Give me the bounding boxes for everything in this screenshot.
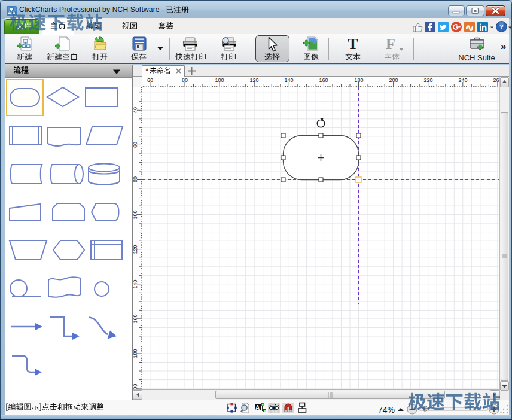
svg-text:60: 60 xyxy=(147,77,153,83)
svg-text:40: 40 xyxy=(133,107,138,113)
svg-text:220: 220 xyxy=(423,77,432,83)
svg-text:180: 180 xyxy=(354,77,363,83)
svg-text:160: 160 xyxy=(133,314,138,323)
svg-text:80: 80 xyxy=(133,176,138,182)
svg-text:?: ? xyxy=(499,22,504,31)
svg-text:80: 80 xyxy=(182,77,188,83)
svg-text:100: 100 xyxy=(215,77,224,83)
svg-text:140: 140 xyxy=(284,77,293,83)
svg-text:260: 260 xyxy=(493,77,499,83)
svg-text:200: 200 xyxy=(133,384,138,389)
svg-text:120: 120 xyxy=(133,245,138,254)
svg-text:200: 200 xyxy=(389,77,398,83)
svg-text:140: 140 xyxy=(133,279,138,288)
svg-text:180: 180 xyxy=(133,349,138,358)
svg-text:100: 100 xyxy=(133,210,138,219)
svg-text:A: A xyxy=(255,404,260,411)
svg-text:60: 60 xyxy=(133,142,138,148)
svg-text:240: 240 xyxy=(458,77,467,83)
svg-text:160: 160 xyxy=(319,77,328,83)
svg-text:120: 120 xyxy=(249,77,258,83)
